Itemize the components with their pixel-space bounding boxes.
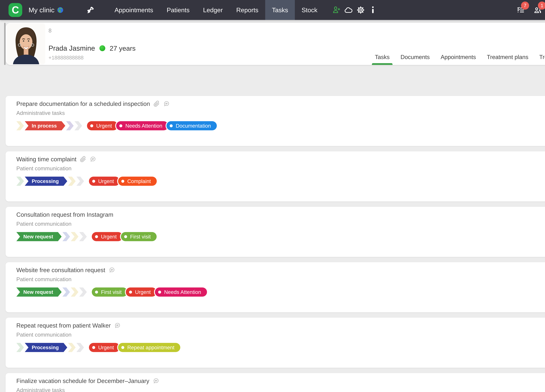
stepper-segment[interactable] <box>68 177 76 186</box>
stepper-segment[interactable] <box>76 343 84 352</box>
nav-right-cluster: 7 1 115 Doctor <box>509 0 545 20</box>
tag-list: First visit Urgent Needs Attention <box>92 288 207 297</box>
task-list-icon[interactable]: 7 <box>515 0 526 20</box>
tag-list: Urgent Needs Attention Documentation <box>87 121 217 130</box>
stepper-segment[interactable] <box>16 343 24 352</box>
tag[interactable]: Repeat appointment <box>118 343 180 352</box>
task-title[interactable]: Finalize vacation schedule for December–… <box>16 377 149 384</box>
tasks-count-badge: 7 <box>521 1 529 10</box>
tag[interactable]: First visit <box>121 232 157 241</box>
comment-icon <box>114 322 121 329</box>
clinic-name-label: My clinic <box>29 6 55 14</box>
main-nav: Appointments Patients Ledger Reports Tas… <box>108 0 324 20</box>
stepper-segment[interactable] <box>62 288 70 297</box>
task-category: Patient communication <box>16 332 72 338</box>
tag[interactable]: Complaint <box>118 177 157 186</box>
nav-item-appointments[interactable]: Appointments <box>108 0 160 20</box>
tab-treatment-plans[interactable]: Treatment plans <box>487 54 528 65</box>
stepper-segment[interactable] <box>16 121 24 130</box>
comment-icon <box>90 156 96 162</box>
task-category: Administrative tasks <box>16 110 65 116</box>
nav-item-reports[interactable]: Reports <box>229 0 265 20</box>
stepper-segment-active[interactable]: New request <box>16 288 62 297</box>
top-navbar: C My clinic Appointments Patients Ledger… <box>0 0 545 20</box>
tag[interactable]: Needs Attention <box>155 288 207 297</box>
nav-item-patients[interactable]: Patients <box>160 0 196 20</box>
cloud-icon[interactable] <box>342 0 355 20</box>
patient-status-dot <box>99 45 105 51</box>
tag[interactable]: Urgent <box>92 232 123 241</box>
attachment-icon <box>80 156 86 162</box>
tab-treatment-history[interactable]: Treatment history <box>539 54 545 65</box>
task-category: Patient communication <box>16 165 72 172</box>
task-title[interactable]: Waiting time complaint <box>16 156 76 163</box>
status-stepper[interactable]: Processing <box>16 177 84 186</box>
tag[interactable]: Urgent <box>126 288 157 297</box>
comment-icon <box>163 101 170 107</box>
task-title[interactable]: Prepare documentation for a scheduled in… <box>16 100 150 107</box>
task-category: Patient communication <box>16 221 72 227</box>
task-card[interactable]: Prepare documentation for a scheduled in… <box>6 96 545 146</box>
add-patient-button[interactable] <box>330 0 342 20</box>
nav-item-stock[interactable]: Stock <box>295 0 324 20</box>
stepper-segment-active[interactable]: Processing <box>25 177 67 186</box>
patient-tabs: Tasks Documents Appointments Treatment p… <box>375 54 545 65</box>
stepper-segment-active[interactable]: Processing <box>25 343 67 352</box>
stepper-segment[interactable] <box>74 121 82 130</box>
task-card[interactable]: Finalize vacation schedule for December–… <box>6 373 545 392</box>
task-title[interactable]: Consultation request from Instagram <box>16 211 113 218</box>
stepper-segment[interactable] <box>71 288 79 297</box>
comment-icon <box>153 378 159 384</box>
stepper-segment[interactable] <box>62 232 70 241</box>
tag[interactable]: Urgent <box>89 177 120 186</box>
scroll-drag-bar[interactable] <box>4 23 6 65</box>
globe-icon <box>57 7 63 13</box>
status-stepper[interactable]: In process <box>16 121 82 130</box>
patient-photo[interactable] <box>7 24 45 64</box>
tag[interactable]: Documentation <box>167 121 217 130</box>
tab-documents[interactable]: Documents <box>401 54 430 65</box>
task-category: Patient communication <box>16 276 72 283</box>
status-stepper[interactable]: New request <box>16 232 87 241</box>
stepper-segment[interactable] <box>68 343 76 352</box>
patient-phone[interactable]: +18888888888 <box>49 55 84 61</box>
patient-age: 27 years <box>110 44 136 52</box>
task-card[interactable]: Repeat request from patient Walker Patie… <box>6 318 545 368</box>
patient-name[interactable]: Prada Jasmine <box>49 44 95 52</box>
clinic-name[interactable]: My clinic <box>29 6 63 14</box>
stepper-segment-active[interactable]: In process <box>25 121 65 130</box>
tab-tasks[interactable]: Tasks <box>375 54 390 65</box>
rocket-icon[interactable] <box>87 6 95 14</box>
stepper-segment[interactable] <box>76 177 84 186</box>
patient-header-card: 8 Prada Jasmine 27 years +18888888888 Ta… <box>6 23 545 65</box>
status-stepper[interactable]: New request <box>16 288 87 297</box>
tag[interactable]: First visit <box>92 288 128 297</box>
stepper-segment[interactable] <box>16 177 24 186</box>
nav-item-tasks[interactable]: Tasks <box>265 0 295 20</box>
stepper-segment-active[interactable]: New request <box>16 232 62 241</box>
task-card[interactable]: Website free consultation request Patien… <box>6 262 545 312</box>
info-icon[interactable] <box>367 0 379 20</box>
stepper-segment[interactable] <box>79 232 87 241</box>
tag[interactable]: Urgent <box>87 121 118 130</box>
tag[interactable]: Needs Attention <box>116 121 168 130</box>
clinic-logo[interactable]: C <box>8 3 22 17</box>
comment-icon <box>109 267 115 273</box>
stepper-segment[interactable] <box>66 121 74 130</box>
task-list: Prepare documentation for a scheduled in… <box>6 96 545 392</box>
status-stepper[interactable]: Processing <box>16 343 84 352</box>
task-card[interactable]: Consultation request from Instagram Pati… <box>6 207 545 257</box>
stepper-segment[interactable] <box>79 288 87 297</box>
task-card[interactable]: Waiting time complaint Patient communica… <box>6 151 545 201</box>
patients-queue-icon[interactable]: 1 <box>532 0 543 20</box>
tag[interactable]: Urgent <box>89 343 120 352</box>
settings-gear-icon[interactable] <box>355 0 367 20</box>
nav-item-ledger[interactable]: Ledger <box>196 0 229 20</box>
task-title[interactable]: Repeat request from patient Walker <box>16 322 111 329</box>
stepper-segment[interactable] <box>71 232 79 241</box>
tab-appointments[interactable]: Appointments <box>440 54 476 65</box>
task-title[interactable]: Website free consultation request <box>16 266 105 273</box>
nav-quick-icons <box>330 0 379 20</box>
tag-list: Urgent Complaint <box>89 177 157 186</box>
tag-list: Urgent Repeat appointment <box>89 343 180 352</box>
